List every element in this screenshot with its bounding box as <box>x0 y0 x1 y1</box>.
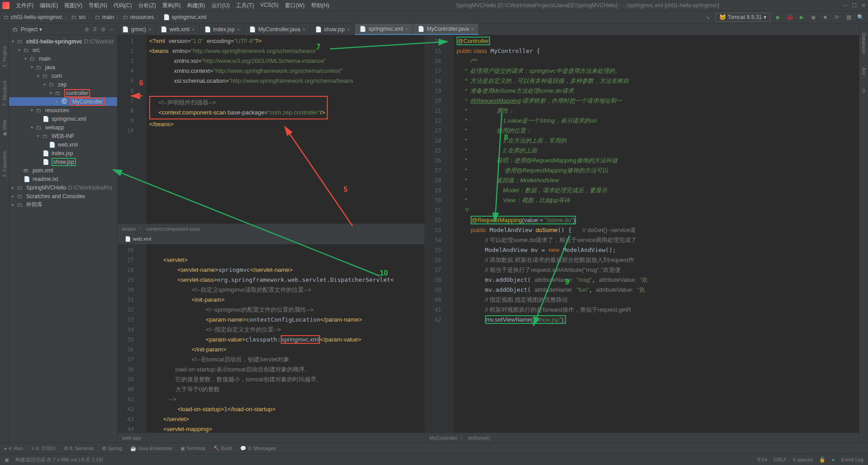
collapse-icon[interactable]: ⇵ <box>93 26 97 33</box>
tab-show.jsp[interactable]: 📄show.jsp× <box>311 24 355 35</box>
folder-icon: 🗀 <box>123 14 128 20</box>
tab-web.xml[interactable]: 📄web.xml× <box>156 24 199 35</box>
tab-springmvc.xml[interactable]: 📄springmvc.xml× <box>355 24 413 35</box>
tree-item-controller[interactable]: ▾🗀controller <box>9 89 117 97</box>
menu-code[interactable]: 代码(C) <box>111 0 135 11</box>
project-tree[interactable]: ▾🗀ch01-hello-springmvcD:\CWork\Id▾🗀src▾🗀… <box>9 35 117 211</box>
tree-item-pom.xml[interactable]: mpom.xml <box>9 166 117 175</box>
rail-maven[interactable]: m <box>861 89 867 93</box>
rail-database[interactable]: Database <box>861 33 867 54</box>
menu-window[interactable]: 窗口(W) <box>282 0 307 11</box>
run-config-selector[interactable]: 🐱 Tomcat 8.5.31▾ <box>715 13 770 22</box>
tree-item-src[interactable]: ▾🗀src <box>9 46 117 54</box>
menu-help[interactable]: 帮助(H) <box>308 0 332 11</box>
close-icon[interactable]: × <box>471 26 474 32</box>
menu-run[interactable]: 运行(U) <box>209 0 233 11</box>
close-icon[interactable]: × <box>148 27 151 32</box>
tree-item-com[interactable]: ▾🗀com <box>9 71 117 80</box>
tree-item-WEB-INF[interactable]: ▾🗀WEB-INF <box>9 132 117 140</box>
tree-item-main[interactable]: ▾🗀main <box>9 54 117 63</box>
close-icon[interactable]: × <box>347 27 350 32</box>
bottom-tool[interactable]: ⚙ 8: Services <box>64 446 94 451</box>
profile-button[interactable]: ◉ <box>809 13 817 21</box>
menu-refactor[interactable]: 重构(R) <box>160 0 184 11</box>
springmvc-editor[interactable]: <?xml version="1.0" encoding="UTF-8"?> <… <box>146 35 425 223</box>
status-message: 构建成功完成 在 7 s 996 ms (今天 1:19) <box>15 456 103 463</box>
locate-icon[interactable]: ⊕ <box>85 26 89 33</box>
tree-item-springmvc.xml[interactable]: 📄springmvc.xml <box>9 114 117 123</box>
close-button[interactable]: ✕ <box>861 2 866 9</box>
bottom-tool[interactable]: ▸ 4: Run <box>5 446 23 451</box>
tree-item-index.jsp[interactable]: 📄index.jsp <box>9 149 117 157</box>
menu-build[interactable]: 构建(B) <box>184 0 208 11</box>
rail-web[interactable]: ◉ Web <box>1 120 7 137</box>
tab-gmvc)[interactable]: 📄gmvc)× <box>118 24 156 35</box>
status-pos[interactable]: 8:54 <box>758 457 767 462</box>
tree-item-webapp[interactable]: ▾🗀webapp <box>9 123 117 132</box>
menu-analyze[interactable]: 分析(Z) <box>136 0 159 11</box>
bottom-tool[interactable]: ☕ Java Enterprise <box>130 446 172 451</box>
tab-MyController.java[interactable]: 📄MyController.java× <box>245 24 310 35</box>
tree-root[interactable]: ▾🗀ch01-hello-springmvcD:\CWork\Id <box>9 37 117 46</box>
rail-ant[interactable]: Ant <box>861 67 867 75</box>
tree-item-zep[interactable]: ▾🗀zep <box>9 80 117 89</box>
tree-item-resources[interactable]: ▾🗀resources <box>9 106 117 114</box>
stop-button[interactable]: ■ <box>821 13 829 21</box>
bottom-tool[interactable]: 🔨 Build <box>213 446 232 451</box>
bottom-tool[interactable]: ≡ 6: TODO <box>31 446 55 451</box>
coverage-button[interactable]: ▶ <box>797 13 806 21</box>
close-icon[interactable]: × <box>302 27 305 32</box>
crumb-0[interactable]: ch01-hello-springmvc <box>11 14 62 20</box>
project-panel: 🗀 Project ▾ ⊕ ⇵ ⚙ ─ ▾🗀ch01-hello-springm… <box>9 24 118 442</box>
tree-item-SpringMVCHello[interactable]: ▸🗀SpringMVCHelloD:\CWork\IdeaPro <box>9 183 117 192</box>
tab-index.jsp[interactable]: 📄index.jsp× <box>200 24 245 35</box>
bottom-tool[interactable]: ▣ Terminal <box>180 446 205 451</box>
run-button[interactable]: ▶ <box>774 13 782 21</box>
panel-title[interactable]: Project ▾ <box>21 26 82 33</box>
rail-favorites[interactable]: 2: Favorites <box>2 151 7 177</box>
tree-item-web.xml[interactable]: 📄web.xml <box>9 140 117 149</box>
crumb-3[interactable]: resources <box>130 14 154 20</box>
rail-structure[interactable]: 7: Structure <box>2 81 7 106</box>
tree-item-外部库[interactable]: ▸🗀外部库 <box>9 200 117 209</box>
nav-bar: 🗀 ch01-hello-springmvc〉 🗀 src〉 🗀 main〉 🗀… <box>0 11 868 24</box>
menu-vcs[interactable]: VCS(S) <box>258 0 282 11</box>
folder-icon: 🗀 <box>4 14 9 20</box>
crumb-2[interactable]: main <box>102 14 114 20</box>
build-icon[interactable]: ↘ <box>703 13 712 21</box>
crumb-1[interactable]: src <box>79 14 86 20</box>
close-icon[interactable]: × <box>192 27 194 32</box>
tree-item-Scratches and Consoles[interactable]: ▸🗀Scratches and Consoles <box>9 192 117 200</box>
menu-navigate[interactable]: 导航(N) <box>86 0 110 11</box>
tab-MyController.java[interactable]: 📄MyController.java× <box>413 24 479 35</box>
tree-item-MyController[interactable]: ▸ⒸMyController <box>9 97 117 106</box>
menu-tools[interactable]: 工具(T) <box>233 0 256 11</box>
status-indent[interactable]: 4 spaces <box>793 457 813 462</box>
bottom-tool[interactable]: 💬 0: Messages <box>240 446 276 451</box>
structure-icon[interactable]: ▦ <box>844 13 853 21</box>
close-icon[interactable]: × <box>406 26 408 32</box>
minimize-button[interactable]: ─ <box>843 2 847 9</box>
menu-view[interactable]: 视图(V) <box>61 0 85 11</box>
git-update-icon[interactable]: ⟳ <box>833 13 841 21</box>
hide-icon[interactable]: ─ <box>109 26 113 33</box>
close-icon[interactable]: × <box>237 27 240 32</box>
tree-item-readme.txt[interactable]: 📄readme.txt <box>9 175 117 183</box>
event-log[interactable]: Event Log <box>841 457 863 462</box>
menu-edit[interactable]: 编辑(E) <box>37 0 61 11</box>
maximize-button[interactable]: ☐ <box>852 2 857 9</box>
bottom-tool[interactable]: ✿ Spring <box>102 446 122 451</box>
status-crlf[interactable]: CRLF <box>774 457 787 462</box>
status-icon[interactable]: ▣ <box>5 457 9 463</box>
tomcat-icon: 🐱 <box>719 14 726 20</box>
debug-button[interactable]: 🐞 <box>786 13 794 21</box>
tree-item-show.jsp[interactable]: 📄show.jsp <box>9 157 117 166</box>
search-icon[interactable]: 🔍 <box>856 13 864 21</box>
crumb-4[interactable]: springmvc.xml <box>172 14 207 20</box>
lock-icon[interactable]: 🔓 <box>819 457 826 463</box>
tree-item-java[interactable]: ▾🗀java <box>9 63 117 71</box>
gear-icon[interactable]: ⚙ <box>101 26 106 33</box>
menu-file[interactable]: 文件(F) <box>13 0 36 11</box>
controller-editor[interactable]: @Controller public class MyController { … <box>454 35 859 432</box>
rail-project[interactable]: 1: Project <box>2 46 7 67</box>
